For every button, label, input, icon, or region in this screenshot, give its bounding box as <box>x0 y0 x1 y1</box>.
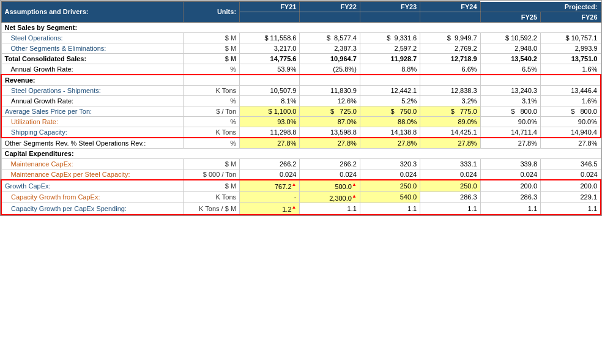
fy26-cap-growth-capex: 229.1 <box>541 191 601 203</box>
col-header-units: Units: <box>183 1 239 23</box>
row-utilization: Utilization Rate: % 93.0% 87.0% 88.0% 89… <box>1 117 601 127</box>
row-steel-shipments: Steel Operations - Shipments: K Tons 10,… <box>1 86 601 96</box>
row-cap-growth-capex: Capacity Growth from CapEx: K Tons - 2,3… <box>1 191 601 203</box>
fy22-maint-capex-per: 0.024 <box>300 169 360 180</box>
units-utilization: % <box>183 117 239 127</box>
fy21-shipping-cap: 11,298.8 <box>240 127 300 138</box>
fy24-other-segs-rev: 27.8% <box>420 138 480 149</box>
fy24-growth-capex: 250.0 <box>420 180 480 191</box>
fy26-revenue-h <box>541 75 601 86</box>
fy24-shipping-cap: 14,425.1 <box>420 127 480 138</box>
col-subheader-fy25: FY25 <box>480 12 540 23</box>
fy24-steel-shipments: 12,838.3 <box>420 86 480 96</box>
units-other-segs: $ M <box>183 43 239 54</box>
row-maint-capex: Maintenance CapEx: $ M 266.2 266.2 320.3… <box>1 159 601 169</box>
units-revenue <box>183 75 239 86</box>
units-total-consol: $ M <box>183 54 239 64</box>
fy26-avg-price: $ 800.0 <box>541 106 601 117</box>
row-capex-header: Capital Expenditures: <box>1 149 601 159</box>
capex-header: Capital Expenditures: <box>1 149 601 159</box>
units-avg-price: $ / Ton <box>183 106 239 117</box>
fy25-rev-growth: 3.1% <box>480 96 540 106</box>
fy21-cap-growth-capex: - <box>240 191 300 203</box>
fy21-avg-price: $ 1,100.0 <box>240 106 300 117</box>
label-maint-capex-per: Maintenance CapEx per Steel Capacity: <box>1 169 183 180</box>
label-cap-growth-capex: Capacity Growth from CapEx: <box>1 191 183 203</box>
fy23-steel-shipments: 12,442.1 <box>360 86 420 96</box>
fy23-other-segs: 2,597.2 <box>360 43 420 54</box>
row-other-segs-rev: Other Segments Rev. % Steel Operations R… <box>1 138 601 149</box>
label-shipping-cap: Shipping Capacity: <box>1 127 183 138</box>
label-annual-growth: Annual Growth Rate: <box>1 64 183 75</box>
assumptions-table: Assumptions and Drivers: Units: FY21 FY2… <box>1 1 601 215</box>
fy23-revenue-h <box>360 75 420 86</box>
fy22-shipping-cap: 13,598.8 <box>300 127 360 138</box>
fy26-annual-growth: 1.6% <box>541 64 601 75</box>
fy22-total-consol: 10,964.7 <box>300 54 360 64</box>
fy24-utilization: 89.0% <box>420 117 480 127</box>
row-total-consolidated: Total Consolidated Sales: $ M 14,775.6 1… <box>1 54 601 64</box>
units-steel-ops: $ M <box>183 33 239 43</box>
fy22-steel-ops: $ 8,577.4 <box>300 33 360 43</box>
label-revenue: Revenue: <box>1 75 183 86</box>
fy25-shipping-cap: 14,711.4 <box>480 127 540 138</box>
fy22-cap-growth-per: 1.1 <box>300 203 360 215</box>
row-revenue-header: Revenue: <box>1 75 601 86</box>
col-subheader-fy23 <box>360 12 420 23</box>
units-other-segs-rev: % <box>183 138 239 149</box>
header-row: Assumptions and Drivers: Units: FY21 FY2… <box>1 1 601 12</box>
col-subheader-fy21 <box>240 12 300 23</box>
fy26-maint-capex: 346.5 <box>541 159 601 169</box>
fy21-rev-growth: 8.1% <box>240 96 300 106</box>
col-header-fy23: FY23 <box>360 1 420 12</box>
fy21-other-segs: 3,217.0 <box>240 43 300 54</box>
fy23-rev-growth: 5.2% <box>360 96 420 106</box>
fy23-cap-growth-capex: 540.0 <box>360 191 420 203</box>
fy21-steel-shipments: 10,507.9 <box>240 86 300 96</box>
fy25-avg-price: $ 800.0 <box>480 106 540 117</box>
row-annual-growth: Annual Growth Rate: % 53.9% (25.8%) 8.8%… <box>1 64 601 75</box>
col-subheader-fy22 <box>300 12 360 23</box>
fy21-steel-ops: $ 11,558.6 <box>240 33 300 43</box>
fy24-annual-growth: 6.6% <box>420 64 480 75</box>
fy23-total-consol: 11,928.7 <box>360 54 420 64</box>
fy22-other-segs-rev: 27.8% <box>300 138 360 149</box>
row-growth-capex: Growth CapEx: $ M 767.2▲ 500.0▲ 250.0 25… <box>1 180 601 191</box>
fy24-revenue-h <box>420 75 480 86</box>
fy24-other-segs: 2,769.2 <box>420 43 480 54</box>
fy25-total-consol: 13,540.2 <box>480 54 540 64</box>
fy26-other-segs: 2,993.9 <box>541 43 601 54</box>
fy22-maint-capex: 266.2 <box>300 159 360 169</box>
fy22-cap-growth-capex: 2,300.0▲ <box>300 191 360 203</box>
fy21-maint-capex-per: 0.024 <box>240 169 300 180</box>
fy23-annual-growth: 8.8% <box>360 64 420 75</box>
label-steel-ops: Steel Operations: <box>1 33 183 43</box>
fy21-utilization: 93.0% <box>240 117 300 127</box>
fy23-growth-capex: 250.0 <box>360 180 420 191</box>
fy21-revenue-h <box>240 75 300 86</box>
fy23-other-segs-rev: 27.8% <box>360 138 420 149</box>
fy21-other-segs-rev: 27.8% <box>240 138 300 149</box>
fy21-total-consol: 14,775.6 <box>240 54 300 64</box>
fy23-maint-capex-per: 0.024 <box>360 169 420 180</box>
fy23-shipping-cap: 14,138.8 <box>360 127 420 138</box>
main-table-container: Assumptions and Drivers: Units: FY21 FY2… <box>0 0 602 216</box>
fy22-rev-growth: 12.6% <box>300 96 360 106</box>
fy25-annual-growth: 6.5% <box>480 64 540 75</box>
row-other-segs: Other Segments & Eliminations: $ M 3,217… <box>1 43 601 54</box>
fy24-steel-ops: $ 9,949.7 <box>420 33 480 43</box>
fy22-steel-shipments: 11,830.9 <box>300 86 360 96</box>
row-shipping-cap: Shipping Capacity: K Tons 11,298.8 13,59… <box>1 127 601 138</box>
fy25-maint-capex-per: 0.024 <box>480 169 540 180</box>
fy26-growth-capex: 200.0 <box>541 180 601 191</box>
fy22-growth-capex: 500.0▲ <box>300 180 360 191</box>
fy23-steel-ops: $ 9,331.6 <box>360 33 420 43</box>
fy21-growth-capex: 767.2▲ <box>240 180 300 191</box>
fy25-steel-shipments: 13,240.3 <box>480 86 540 96</box>
units-maint-capex-per: $ 000 / Ton <box>183 169 239 180</box>
fy26-steel-shipments: 13,446.4 <box>541 86 601 96</box>
units-steel-shipments: K Tons <box>183 86 239 96</box>
label-maint-capex: Maintenance CapEx: <box>1 159 183 169</box>
fy23-avg-price: $ 750.0 <box>360 106 420 117</box>
fy25-cap-growth-capex: 286.3 <box>480 191 540 203</box>
